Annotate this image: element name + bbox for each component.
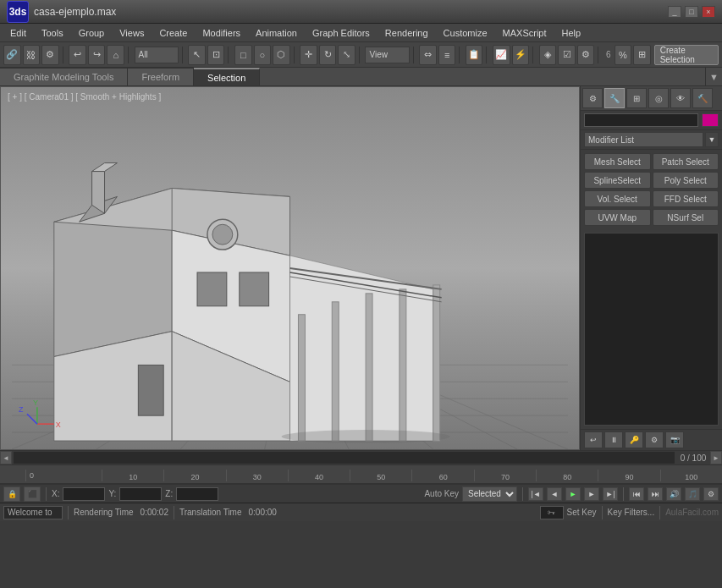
extra-btn5[interactable]: ⚙: [703, 487, 719, 501]
timeline-next-btn[interactable]: ►: [710, 451, 722, 464]
material-editor-button[interactable]: ◈: [539, 45, 557, 65]
undo-button[interactable]: ↩: [69, 45, 86, 65]
color-swatch[interactable]: [702, 113, 719, 127]
y-input[interactable]: [119, 487, 162, 501]
minimize-button[interactable]: _: [668, 6, 681, 18]
align-button[interactable]: ≡: [438, 45, 456, 65]
view-dropdown[interactable]: View: [365, 47, 409, 63]
play-btn[interactable]: ►: [565, 487, 581, 501]
settings-icon-btn[interactable]: ⚙: [645, 431, 664, 448]
display2-icon-btn[interactable]: 👁: [670, 88, 691, 108]
layer-button[interactable]: 📋: [466, 45, 483, 65]
title-bar-left: 3ds casa-ejemplo.max: [7, 1, 116, 23]
create-selection-button[interactable]: Create Selection: [654, 45, 719, 65]
rect-select-button[interactable]: □: [234, 45, 252, 65]
patch-select-btn[interactable]: Patch Select: [653, 153, 719, 170]
z-input[interactable]: [176, 487, 218, 501]
zoom-ext-button[interactable]: ⊞: [633, 45, 651, 65]
motion-icon-btn[interactable]: ◎: [648, 88, 669, 108]
svg-rect-25: [240, 272, 269, 306]
menu-modifiers[interactable]: Modifiers: [196, 26, 247, 40]
mirror-button[interactable]: ⇔: [419, 45, 437, 65]
move-button[interactable]: ✛: [300, 45, 317, 65]
timeline-track[interactable]: [14, 452, 675, 464]
auto-key-label: Auto Key: [424, 489, 459, 498]
maximize-button[interactable]: □: [685, 6, 698, 18]
color-input[interactable]: [584, 113, 698, 127]
scale-button[interactable]: ⤡: [338, 45, 355, 65]
ffd-select-btn[interactable]: FFD Select: [653, 190, 719, 207]
redo-button[interactable]: ↪: [88, 45, 106, 65]
extra-btn3[interactable]: 🔊: [666, 487, 681, 501]
modify-icon-btn[interactable]: 🔧: [604, 88, 625, 108]
menu-maxscript[interactable]: MAXScript: [496, 26, 554, 40]
key-icon-btn[interactable]: 🔑: [625, 431, 643, 448]
extra-btn4[interactable]: 🎵: [685, 487, 700, 501]
menu-help[interactable]: Help: [555, 26, 588, 40]
modifier-list-dropdown[interactable]: Modifier List: [584, 132, 703, 147]
viewport-container[interactable]: [ + ] [ Camera01 ] [ Smooth + Highlights…: [0, 86, 580, 450]
menu-views[interactable]: Views: [113, 26, 151, 40]
menu-customize[interactable]: Customize: [437, 26, 494, 40]
circle-select-button[interactable]: ○: [254, 45, 272, 65]
selected-dropdown[interactable]: Selected: [462, 486, 517, 502]
display-icon-btn[interactable]: ⚙: [582, 88, 603, 108]
tab-graphite-modeling[interactable]: Graphite Modeling Tools: [0, 68, 128, 85]
rendering-label: Rendering Time: [74, 508, 134, 517]
key-set-btn[interactable]: ⬛: [24, 486, 41, 502]
next-frame-btn[interactable]: ►: [584, 487, 599, 501]
prev-frame-btn[interactable]: ◄: [547, 487, 562, 501]
close-button[interactable]: ×: [702, 6, 715, 18]
go-start-btn[interactable]: |◄: [528, 487, 543, 501]
select-button[interactable]: ↖: [188, 45, 206, 65]
select-region-button[interactable]: ⊡: [207, 45, 225, 65]
utilities-icon-btn[interactable]: 🔨: [692, 88, 713, 108]
y-label: Y:: [108, 489, 116, 498]
menu-group[interactable]: Group: [72, 26, 112, 40]
schematic-button[interactable]: ⚡: [512, 45, 530, 65]
rotate-button[interactable]: ↻: [319, 45, 337, 65]
svg-point-23: [212, 224, 233, 245]
menu-animation[interactable]: Animation: [249, 26, 304, 40]
param-icon-btn[interactable]: ↩: [584, 431, 603, 448]
timeline-prev-btn[interactable]: ◄: [0, 451, 12, 464]
spline-select-btn[interactable]: SplineSelect: [584, 172, 651, 189]
menu-tools[interactable]: Tools: [35, 26, 70, 40]
tab-selection[interactable]: Selection: [194, 68, 260, 85]
msg-sep3: [602, 506, 603, 519]
x-input[interactable]: [63, 487, 105, 501]
hold-button[interactable]: ⌂: [107, 45, 124, 65]
link-icon[interactable]: 🔗: [3, 45, 21, 65]
extra-btn2[interactable]: ⏭: [648, 487, 663, 501]
nsurf-sel-btn[interactable]: NSurf Sel: [653, 209, 719, 226]
mesh-select-btn[interactable]: Mesh Select: [584, 153, 651, 170]
key-icon[interactable]: 🗝: [540, 506, 564, 519]
tab-more-arrow[interactable]: ▼: [705, 68, 722, 85]
pause-icon-btn[interactable]: ⏸: [604, 431, 623, 448]
modifier-list-arrow[interactable]: ▼: [705, 132, 719, 147]
render-icon-btn[interactable]: 📷: [665, 431, 684, 448]
lock-btn[interactable]: 🔒: [3, 486, 20, 502]
fence-select-button[interactable]: ⬡: [273, 45, 290, 65]
graph-editor-button[interactable]: 📈: [493, 45, 510, 65]
hierarchy-icon-btn[interactable]: ⊞: [626, 88, 647, 108]
menu-create[interactable]: Create: [152, 26, 194, 40]
render-setup-button[interactable]: ⚙: [577, 45, 595, 65]
unlink-icon[interactable]: ⛓: [23, 45, 41, 65]
menu-graph-editors[interactable]: Graph Editors: [306, 26, 377, 40]
percent-button[interactable]: %: [615, 45, 632, 65]
menu-rendering[interactable]: Rendering: [378, 26, 435, 40]
toolbar-separator9: [486, 47, 489, 63]
tab-freeform[interactable]: Freeform: [128, 68, 194, 85]
go-end-btn[interactable]: ►|: [603, 487, 618, 501]
filter-dropdown[interactable]: All: [135, 47, 179, 63]
menu-edit[interactable]: Edit: [3, 26, 33, 40]
vol-select-btn[interactable]: Vol. Select: [584, 190, 651, 207]
watermark: AulaFacil.com: [665, 508, 719, 517]
extra-btn1[interactable]: ⏮: [629, 487, 644, 501]
poly-select-btn[interactable]: Poly Select: [653, 172, 719, 189]
render-button[interactable]: ☑: [558, 45, 576, 65]
uvw-map-btn[interactable]: UVW Map: [584, 209, 651, 226]
bind-icon[interactable]: ⚙: [41, 45, 59, 65]
svg-rect-31: [400, 289, 406, 441]
